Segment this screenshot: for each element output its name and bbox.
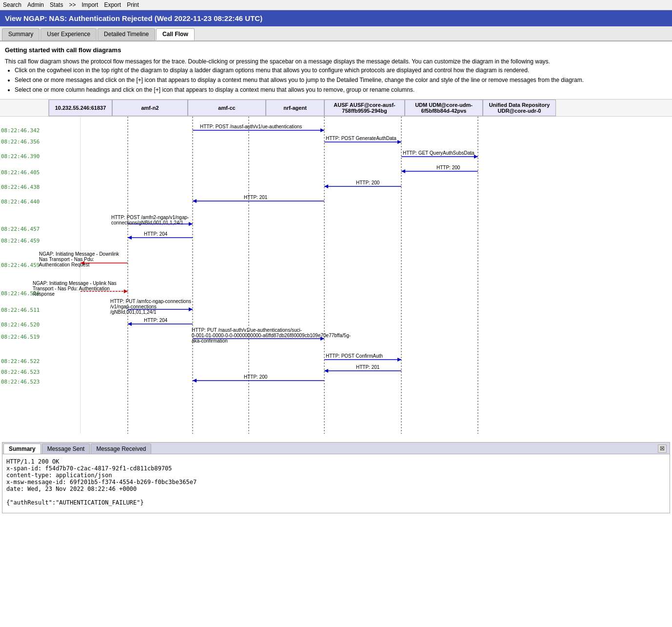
diagram-column-headers: 10.232.55.246:61837 amf-n2 amf-cc nrf-ag… <box>0 100 672 117</box>
diagram-svg-wrapper: 08:22:46.342 08:22:46.356 08:22:46.390 0… <box>0 117 672 440</box>
help-bullet-2: Select one or more messages and click on… <box>15 76 667 84</box>
svg-marker-22 <box>128 236 132 240</box>
msg-label-10-1: HTTP: PUT /amfcc-ngap-connections <box>110 299 191 304</box>
msg-label-15: HTTP: 200 <box>244 374 268 380</box>
msg-label-12-1: HTTP: PUT /nausf-auth/v1/ue-authenticati… <box>192 327 302 333</box>
help-section: Getting started with call flow diagrams … <box>0 41 672 100</box>
col-header-6[interactable]: Unified Data Repository UDR@core-udr-0 <box>483 100 556 116</box>
msg-label-14: HTTP: 201 <box>356 364 380 370</box>
time-13: 08:22:46.522 <box>1 358 40 364</box>
time-3: 08:22:46.405 <box>1 169 40 176</box>
msg-label-8-3: Authentication Request <box>39 262 90 267</box>
time-15: 08:22:46.523 <box>1 379 40 385</box>
main-tab-bar: Summary User Experience Detailed Timelin… <box>0 26 672 41</box>
msg-label-6-2: connections/gNBId,001,01,1,24/1 <box>111 220 183 225</box>
help-bullets: Click on the cogwheel icon in the top ri… <box>15 66 667 94</box>
msg-label-11: HTTP: 204 <box>144 318 168 323</box>
svg-marker-30 <box>128 322 132 326</box>
time-2: 08:22:46.390 <box>1 153 40 160</box>
msg-label-12-3: aka-confirmation <box>192 338 228 344</box>
msg-label-8-2: Nas Transport - Nas Pdu: <box>39 257 94 262</box>
time-column-header <box>0 100 49 116</box>
nav-stats[interactable]: Stats <box>50 1 63 8</box>
time-6: 08:22:46.457 <box>1 226 40 232</box>
msg-label-7: HTTP: 204 <box>144 231 168 237</box>
nav-admin[interactable]: Admin <box>27 1 44 8</box>
msg-label-10-3: /gNBId,001,01,1,24/1 <box>110 309 157 315</box>
nav-import[interactable]: Import <box>81 1 98 8</box>
msg-label-0: HTTP: POST /nausf-auth/v1/ue-authenticat… <box>200 124 302 129</box>
svg-marker-20 <box>189 222 193 226</box>
svg-marker-12 <box>474 155 478 159</box>
help-intro: This call flow diagram shows the protoco… <box>5 57 667 66</box>
help-title: Getting started with call flow diagrams <box>5 45 667 55</box>
call-flow-diagram: 10.232.55.246:61837 amf-n2 amf-cc nrf-ag… <box>0 100 672 515</box>
time-0: 08:22:46.342 <box>1 127 40 134</box>
message-content-area: HTTP/1.1 200 OK x-span-id: f54d7b70-c2ac… <box>2 454 670 513</box>
message-detail-panel: Summary Message Sent Message Received ☒ … <box>2 442 670 513</box>
time-7: 08:22:46.459 <box>1 238 40 244</box>
col-header-0[interactable]: 10.232.55.246:61837 <box>49 100 112 116</box>
col-header-1[interactable]: amf-n2 <box>112 100 188 116</box>
col-header-5[interactable]: UDM UDM@core-udm-6f5bf8b84d-42pvs <box>405 100 483 116</box>
svg-marker-38 <box>193 379 197 383</box>
time-10: 08:22:46.511 <box>1 307 40 313</box>
nav-print[interactable]: Print <box>127 1 139 8</box>
msg-label-2: HTTP: GET QueryAuthSubsData <box>403 150 474 156</box>
svg-marker-16 <box>324 184 328 188</box>
message-panel-close-button[interactable]: ☒ <box>658 445 667 453</box>
time-1: 08:22:46.356 <box>1 139 40 145</box>
svg-marker-34 <box>397 358 401 362</box>
help-bullet-3: Select one or more column headings and c… <box>15 85 667 94</box>
msg-label-12-2: 0-001-01-0000-0-0-0000000000-a6ffd87db26… <box>192 333 351 338</box>
svg-marker-36 <box>324 369 328 373</box>
tab-user-experience[interactable]: User Experience <box>40 28 97 40</box>
msg-label-3: HTTP: 200 <box>436 165 460 170</box>
nav-export[interactable]: Export <box>104 1 121 8</box>
svg-marker-8 <box>320 128 324 132</box>
svg-marker-26 <box>124 289 128 293</box>
col-header-4[interactable]: AUSF AUSF@core-ausf-758ffb9595-294bg <box>324 100 405 116</box>
msg-tab-message-received[interactable]: Message Received <box>91 444 151 454</box>
help-bullet-1: Click on the cogwheel icon in the top ri… <box>15 66 667 75</box>
time-5: 08:22:46.440 <box>1 199 40 205</box>
msg-label-9-2: Transport - Nas Pdu: Authentication <box>33 286 110 291</box>
msg-label-8-1: NGAP: Initiating Message - Downlink <box>39 251 119 257</box>
time-12: 08:22:46.519 <box>1 334 40 340</box>
col-header-2[interactable]: amf-cc <box>188 100 266 116</box>
svg-marker-18 <box>193 199 197 203</box>
msg-label-5: HTTP: 201 <box>244 195 268 200</box>
msg-label-6-1: HTTP: POST /amfn2-ngap/v1/ngap- <box>111 215 189 220</box>
message-panel-tab-bar: Summary Message Sent Message Received ☒ <box>2 443 670 454</box>
msg-label-9-1: NGAP: Initiating Message - Uplink Nas <box>33 281 117 286</box>
svg-marker-10 <box>397 140 401 144</box>
tab-detailed-timeline[interactable]: Detailed Timeline <box>98 28 155 40</box>
tab-call-flow[interactable]: Call Flow <box>156 28 195 40</box>
msg-label-10-2: /v1/ngap-connections <box>110 304 157 309</box>
msg-label-13: HTTP: POST ConfirmAuth <box>326 353 383 359</box>
col-header-3[interactable]: nrf-agent <box>266 100 324 116</box>
nav-search[interactable]: Search <box>3 1 21 8</box>
time-8: 08:22:46.459 <box>1 262 40 268</box>
msg-label-9-3: Response <box>33 291 55 297</box>
nav-separator: >> <box>69 1 76 8</box>
time-4: 08:22:46.438 <box>1 184 40 190</box>
msg-tab-summary[interactable]: Summary <box>3 444 41 454</box>
time-11: 08:22:46.520 <box>1 322 40 328</box>
time-14: 08:22:46.523 <box>1 369 40 375</box>
svg-marker-14 <box>401 169 405 173</box>
msg-label-1: HTTP: POST GenerateAuthData <box>326 136 396 141</box>
svg-marker-28 <box>189 307 193 311</box>
top-navigation: Search Admin Stats >> Import Export Prin… <box>0 0 672 10</box>
tab-summary[interactable]: Summary <box>2 28 40 40</box>
msg-label-4: HTTP: 200 <box>356 180 380 185</box>
call-flow-svg: 08:22:46.342 08:22:46.356 08:22:46.390 0… <box>0 117 556 439</box>
page-title: View NGAP: NAS: Authentication Rejected … <box>0 10 672 26</box>
msg-tab-message-sent[interactable]: Message Sent <box>42 444 90 454</box>
